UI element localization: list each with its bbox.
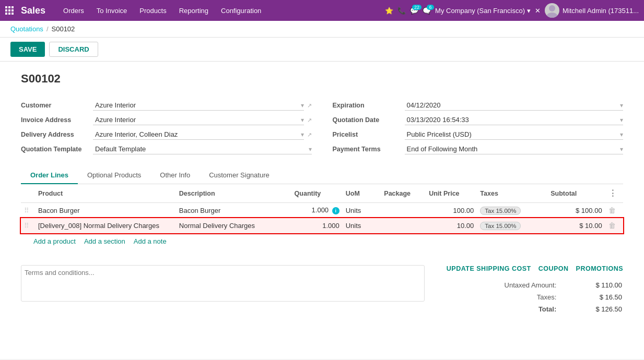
payment-terms-input[interactable]	[405, 144, 619, 154]
close-icon[interactable]: ✕	[535, 7, 541, 15]
total-label: Total:	[436, 304, 565, 315]
customer-input-group: ▾	[93, 100, 304, 111]
row-delete[interactable]: 🗑	[605, 203, 623, 218]
quantity-cell[interactable]: 1.000 i	[291, 203, 343, 218]
product-cell[interactable]: Bacon Burger	[35, 203, 176, 218]
coupon-button[interactable]: COUPON	[538, 265, 569, 272]
expiration-label: Expiration	[333, 102, 401, 109]
col-header-product: Product	[35, 184, 176, 203]
dropdown-icon6[interactable]: ▾	[620, 116, 623, 124]
menu-products[interactable]: Products	[134, 4, 171, 18]
quotation-date-input[interactable]	[405, 115, 619, 125]
row-delete[interactable]: 🗑	[605, 218, 623, 233]
drag-handle[interactable]: ⠿	[21, 203, 35, 218]
quotation-date-label: Quotation Date	[333, 116, 401, 124]
taxes-cell[interactable]: Tax 15.00%	[477, 203, 547, 218]
tab-customer-signature[interactable]: Customer Signature	[200, 167, 279, 184]
subtotal-value: $ 10.00	[579, 222, 602, 230]
user-name: Mitchell Admin (173511...	[563, 7, 639, 15]
external-link-icon[interactable]: ↗	[307, 102, 312, 109]
invoice-address-input-group: ▾	[93, 115, 304, 125]
subtotal-value: $ 100.00	[576, 207, 602, 214]
svg-rect-7	[8, 13, 10, 15]
external-link-icon3[interactable]: ↗	[307, 131, 312, 138]
description-cell[interactable]: Normal Delivery Charges	[176, 218, 291, 233]
topnav-icons: ⭐ 📞 💬 22 🗨️ 6 My Company (San Francisco)…	[385, 3, 639, 18]
col-header-unit-price: Unit Price	[426, 184, 477, 203]
unit-price-cell[interactable]: 100.00	[426, 203, 477, 218]
tab-other-info[interactable]: Other Info	[150, 167, 200, 184]
expiration-value-wrapper: ▾	[405, 100, 624, 111]
dropdown-icon4[interactable]: ▾	[309, 146, 312, 153]
tab-order-lines[interactable]: Order Lines	[21, 167, 78, 184]
update-shipping-button[interactable]: UPDATE SHIPPING COST	[447, 265, 531, 272]
tab-optional-products[interactable]: Optional Products	[78, 167, 150, 184]
quantity-value: 1.000	[312, 206, 329, 214]
discard-button[interactable]: DISCARD	[49, 42, 98, 57]
description-cell[interactable]: Bacon Burger	[176, 203, 291, 218]
add-note-link[interactable]: Add a note	[134, 237, 167, 245]
product-cell[interactable]: [Delivery_008] Normal Delivery Charges	[35, 218, 176, 233]
phone-icon[interactable]: 📞	[397, 7, 406, 15]
grid-menu-icon[interactable]	[5, 6, 14, 15]
add-links: Add a product Add a section Add a note	[21, 233, 623, 249]
expiration-input[interactable]	[405, 100, 619, 110]
pricelist-label: Pricelist	[333, 131, 401, 138]
unit-price-value: 10.00	[457, 222, 474, 230]
promotions-button[interactable]: PROMOTIONS	[576, 265, 623, 272]
package-cell	[381, 203, 426, 218]
expiration-row: Expiration ▾	[333, 98, 624, 113]
chat-icon[interactable]: 💬 22	[410, 7, 418, 15]
customer-input[interactable]	[93, 100, 300, 110]
save-button[interactable]: SAVE	[10, 42, 45, 57]
form-fields: Customer ▾ ↗ Invoice Address ▾ ↗	[21, 98, 623, 157]
invoice-address-input[interactable]	[93, 115, 300, 125]
customer-row: Customer ▾ ↗	[21, 98, 312, 113]
menu-reporting[interactable]: Reporting	[174, 4, 214, 18]
breadcrumb: Quotations / S00102	[0, 21, 644, 38]
total-value: $ 126.50	[566, 304, 622, 315]
quotation-template-input[interactable]	[93, 144, 308, 154]
dropdown-icon3[interactable]: ▾	[301, 131, 304, 138]
dropdown-icon2[interactable]: ▾	[301, 116, 304, 124]
pricelist-input[interactable]	[405, 129, 619, 139]
terms-textarea[interactable]	[21, 265, 425, 302]
left-fields: Customer ▾ ↗ Invoice Address ▾ ↗	[21, 98, 312, 157]
unit-price-cell[interactable]: 10.00	[426, 218, 477, 233]
chat-badge: 22	[412, 5, 421, 10]
breadcrumb-parent[interactable]: Quotations	[10, 25, 43, 33]
company-selector[interactable]: My Company (San Francisco) ▾	[435, 7, 531, 15]
action-bar: SAVE DISCARD	[0, 38, 644, 62]
delete-icon[interactable]: 🗑	[608, 221, 616, 230]
col-header-more[interactable]: ⋮	[605, 184, 623, 203]
delivery-address-input[interactable]	[93, 129, 300, 139]
delete-icon[interactable]: 🗑	[608, 206, 616, 214]
external-link-icon2[interactable]: ↗	[307, 117, 312, 124]
quotation-template-input-group: ▾	[93, 144, 312, 154]
col-header-uom: UoM	[343, 184, 381, 203]
product-name: Bacon Burger	[38, 207, 80, 214]
add-section-link[interactable]: Add a section	[84, 237, 125, 245]
breadcrumb-separator: /	[46, 25, 49, 33]
more-columns-icon[interactable]: ⋮	[608, 189, 617, 198]
message-icon[interactable]: 🗨️ 6	[423, 7, 431, 15]
message-badge: 6	[427, 5, 434, 10]
svg-point-9	[549, 5, 555, 11]
drag-handle[interactable]: ⠿	[21, 218, 35, 233]
user-menu[interactable]: Mitchell Admin (173511...	[545, 3, 639, 18]
dropdown-icon8[interactable]: ▾	[620, 146, 623, 153]
delivery-address-value-wrapper: ▾ ↗	[93, 129, 312, 140]
dropdown-icon5[interactable]: ▾	[620, 102, 623, 109]
menu-orders[interactable]: Orders	[58, 4, 89, 18]
quantity-cell[interactable]: 1.000	[291, 218, 343, 233]
add-product-link[interactable]: Add a product	[33, 237, 76, 245]
menu-to-invoice[interactable]: To Invoice	[91, 4, 133, 18]
star-icon[interactable]: ⭐	[385, 7, 393, 15]
menu-configuration[interactable]: Configuration	[216, 4, 266, 18]
dropdown-icon7[interactable]: ▾	[620, 131, 623, 138]
invoice-address-row: Invoice Address ▾ ↗	[21, 113, 312, 127]
quantity-value: 1.000	[322, 222, 339, 230]
delivery-address-row: Delivery Address ▾ ↗	[21, 127, 312, 142]
taxes-cell[interactable]: Tax 15.00%	[477, 218, 547, 233]
dropdown-icon[interactable]: ▾	[301, 102, 304, 109]
